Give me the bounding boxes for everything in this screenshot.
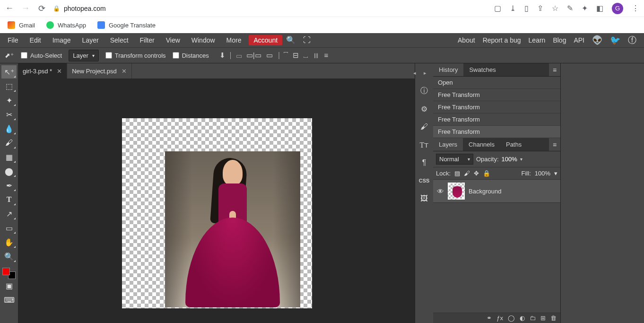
doc-icon[interactable]: ▯	[524, 4, 529, 13]
close-tab-icon[interactable]: ✕	[122, 68, 127, 75]
align-center-h-icon[interactable]: ▭|▭	[246, 51, 261, 60]
wand-tool[interactable]: ✦	[1, 94, 17, 107]
character-panel-icon[interactable]: Tᴛ	[415, 138, 433, 151]
close-tab-icon[interactable]: ✕	[57, 68, 62, 75]
lock-position-icon[interactable]: ✥	[474, 170, 479, 177]
extensions-icon[interactable]: ✦	[582, 4, 588, 13]
paragraph-panel-icon[interactable]: ¶	[415, 156, 433, 169]
tab-paths[interactable]: Paths	[500, 138, 527, 151]
panel-icon[interactable]: ◧	[596, 4, 603, 13]
tab-layers[interactable]: Layers	[433, 138, 463, 151]
menu-blog[interactable]: Blog	[553, 36, 566, 44]
opacity-slider-icon[interactable]: ▾	[520, 157, 522, 162]
image-panel-icon[interactable]: 🖼	[415, 192, 433, 205]
history-item[interactable]: Free Transform	[433, 113, 560, 126]
fill-value[interactable]: 100%	[535, 170, 550, 177]
keyboard-icon[interactable]: ⌨	[1, 293, 17, 306]
image-layer[interactable]	[165, 151, 300, 307]
transform-controls-checkbox[interactable]: Transform controls	[105, 52, 166, 59]
address-bar[interactable]: 🔒 photopea.com	[53, 5, 106, 12]
auto-select-target-dropdown[interactable]: Layer ▾	[69, 50, 99, 61]
reddit-icon[interactable]: 👽	[592, 35, 602, 45]
new-layer-icon[interactable]: ⊞	[540, 314, 546, 322]
reload-button[interactable]: ⟳	[37, 3, 46, 14]
share-icon[interactable]: ⇪	[537, 4, 543, 13]
marquee-tool[interactable]: ⬚	[1, 79, 17, 93]
menu-account[interactable]: Account	[249, 35, 282, 45]
css-panel-icon[interactable]: CSS	[415, 174, 433, 187]
canvas-area[interactable]	[18, 79, 415, 323]
clipboard-icon[interactable]: ▢	[494, 4, 501, 13]
menu-layer[interactable]: Layer	[77, 33, 104, 47]
layer-thumbnail[interactable]	[448, 183, 465, 200]
blur-tool[interactable]: ⬤	[1, 165, 17, 178]
kebab-menu-icon[interactable]: ⋮	[632, 4, 639, 13]
history-item[interactable]: Free Transform	[433, 126, 560, 138]
profile-avatar[interactable]: G	[612, 3, 623, 14]
adjust-panel-icon[interactable]: ⚙	[415, 102, 433, 115]
menu-learn[interactable]: Learn	[529, 36, 546, 44]
adjustment-layer-icon[interactable]: ◐	[520, 314, 525, 322]
visibility-toggle-icon[interactable]: 👁	[437, 187, 444, 195]
brush-tool[interactable]: 🖌	[1, 136, 17, 149]
facebook-icon[interactable]: ⓕ	[628, 35, 636, 46]
menu-select[interactable]: Select	[104, 33, 134, 47]
layer-effects-icon[interactable]: ƒx	[496, 314, 503, 322]
quickmask-tool[interactable]: ▣	[1, 279, 17, 292]
new-folder-icon[interactable]: 🗀	[530, 314, 536, 322]
link-layers-icon[interactable]: ⚭	[487, 314, 492, 322]
doc-tab-2[interactable]: New Project.psd ✕	[67, 63, 132, 79]
blend-mode-dropdown[interactable]: Normal ▾	[436, 154, 473, 165]
fill-slider-icon[interactable]: ▾	[554, 170, 557, 177]
distribute-v-icon[interactable]: ≡	[324, 51, 329, 60]
align-right-icon[interactable]: ▭⎹	[266, 51, 279, 60]
align-left-icon[interactable]: ⎸▭	[230, 51, 242, 60]
info-panel-icon[interactable]: ⓘ	[415, 84, 433, 97]
zoom-tool[interactable]: 🔍	[1, 250, 17, 263]
foreground-color[interactable]	[2, 268, 10, 275]
delete-layer-icon[interactable]: 🗑	[550, 314, 557, 322]
panel-menu-icon[interactable]: ≡	[549, 63, 560, 76]
type-tool[interactable]: T	[1, 193, 17, 206]
shape-tool[interactable]: ▭	[1, 221, 17, 235]
history-item[interactable]: Free Transform	[433, 89, 560, 101]
panel-menu-icon[interactable]: ≡	[549, 138, 560, 151]
distribute-h-icon[interactable]: ⫼	[313, 51, 320, 60]
menu-view[interactable]: View	[160, 33, 186, 47]
download-icon[interactable]: ⤓	[510, 4, 516, 13]
search-icon[interactable]: 🔍	[282, 33, 299, 47]
menu-about[interactable]: About	[458, 36, 475, 44]
move-tool[interactable]: ↖⁺	[1, 65, 17, 79]
doc-tab-1[interactable]: girl-3.psd * ✕	[18, 63, 67, 79]
layer-mask-icon[interactable]: ◯	[508, 314, 515, 322]
bookmark-whatsapp[interactable]: WhatsApp	[46, 21, 86, 29]
star-icon[interactable]: ☆	[552, 4, 558, 13]
color-swatch[interactable]	[2, 268, 16, 279]
tab-swatches[interactable]: Swatches	[463, 63, 501, 76]
brush-panel-icon[interactable]: 🖌	[415, 120, 433, 133]
lock-all-icon[interactable]: 🔒	[483, 170, 490, 177]
menu-more[interactable]: More	[221, 33, 247, 47]
menu-window[interactable]: Window	[186, 33, 221, 47]
distances-checkbox[interactable]: Distances	[173, 52, 209, 59]
menu-image[interactable]: Image	[47, 33, 77, 47]
fullscreen-icon[interactable]: ⛶	[299, 33, 314, 47]
tab-channels[interactable]: Channels	[463, 138, 500, 151]
auto-select-checkbox[interactable]: Auto-Select	[21, 52, 62, 59]
layer-row[interactable]: 👁 Background	[433, 180, 560, 203]
quick-export-icon[interactable]: ⬇	[219, 51, 226, 60]
menu-report[interactable]: Report a bug	[483, 36, 521, 44]
lock-pixels-icon[interactable]: 🖌	[464, 170, 470, 177]
bookmark-gmail[interactable]: Gmail	[8, 21, 35, 29]
menu-edit[interactable]: Edit	[24, 33, 47, 47]
crop-tool[interactable]: ✂	[1, 108, 17, 121]
align-top-icon[interactable]: ⎴	[284, 51, 288, 60]
forward-button[interactable]: →	[21, 3, 30, 13]
clone-tool[interactable]: ▦	[1, 150, 17, 164]
align-middle-icon[interactable]: ⊟	[293, 51, 299, 60]
menu-filter[interactable]: Filter	[134, 33, 160, 47]
hand-tool[interactable]: ✋	[1, 236, 17, 249]
bookmark-translate[interactable]: Google Translate	[97, 21, 156, 29]
path-tool[interactable]: ↗	[1, 207, 17, 220]
twitter-icon[interactable]: 🐦	[610, 35, 620, 45]
